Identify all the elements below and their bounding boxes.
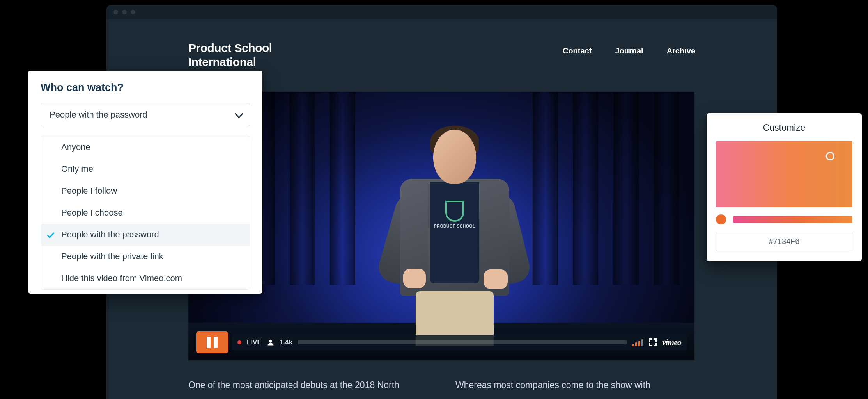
nav-links: Contact Journal Archive bbox=[563, 41, 695, 55]
player-controls: LIVE 1.4k vimeo bbox=[196, 331, 687, 353]
privacy-select[interactable]: People with the password bbox=[41, 103, 250, 126]
option-label: Only me bbox=[61, 164, 93, 174]
color-saturation-area[interactable] bbox=[716, 141, 852, 207]
check-icon bbox=[47, 230, 55, 238]
site-brand[interactable]: Product School International bbox=[188, 41, 272, 69]
customize-panel: Customize #7134F6 bbox=[707, 113, 862, 261]
color-hex-value: #7134F6 bbox=[769, 237, 800, 246]
brand-line-2: International bbox=[188, 55, 272, 69]
video-player[interactable]: PRODUCT SCHOOL LIVE bbox=[188, 92, 694, 360]
option-label: Anyone bbox=[61, 142, 90, 152]
customize-title: Customize bbox=[716, 123, 852, 133]
live-label: LIVE bbox=[247, 338, 262, 346]
hue-slider[interactable] bbox=[733, 216, 852, 223]
color-cursor-icon[interactable] bbox=[826, 152, 834, 160]
nav-contact[interactable]: Contact bbox=[563, 46, 592, 55]
site-header: Product School International Contact Jou… bbox=[188, 41, 695, 69]
option-label: People with the password bbox=[61, 230, 159, 240]
nav-journal[interactable]: Journal bbox=[615, 46, 643, 55]
article-col-1: One of the most anticipated debuts at th… bbox=[188, 378, 428, 392]
progress-bar[interactable] bbox=[298, 340, 627, 344]
quality-icon[interactable] bbox=[632, 338, 643, 346]
article-text: One of the most anticipated debuts at th… bbox=[188, 378, 695, 392]
pause-button[interactable] bbox=[196, 331, 228, 353]
article-col-2: Whereas most companies come to the show … bbox=[455, 378, 695, 392]
privacy-option-private-link[interactable]: People with the private link bbox=[41, 246, 250, 267]
hue-row bbox=[716, 214, 852, 224]
privacy-options-list: Anyone Only me People I follow People I … bbox=[41, 136, 250, 290]
privacy-option-password[interactable]: People with the password bbox=[41, 224, 250, 246]
window-maximize-dot[interactable] bbox=[131, 10, 135, 14]
viewers-icon bbox=[267, 339, 274, 346]
privacy-option-anyone[interactable]: Anyone bbox=[41, 136, 250, 158]
option-label: People with the private link bbox=[61, 251, 163, 262]
option-label: People I choose bbox=[61, 208, 123, 218]
privacy-title: Who can watch? bbox=[41, 82, 250, 94]
privacy-selected-label: People with the password bbox=[50, 110, 147, 120]
fullscreen-icon[interactable] bbox=[649, 338, 657, 346]
pause-icon bbox=[214, 337, 218, 348]
vimeo-logo[interactable]: vimeo bbox=[662, 337, 681, 347]
browser-title-bar bbox=[106, 5, 777, 19]
color-preview-swatch bbox=[716, 214, 726, 224]
window-close-dot[interactable] bbox=[113, 10, 118, 14]
privacy-option-people-i-follow[interactable]: People I follow bbox=[41, 180, 250, 202]
video-still: PRODUCT SCHOOL bbox=[188, 92, 694, 360]
privacy-option-hide-from-vimeo[interactable]: Hide this video from Vimeo.com bbox=[41, 267, 250, 289]
pause-icon bbox=[207, 337, 211, 348]
shirt-text: PRODUCT SCHOOL bbox=[434, 224, 475, 228]
privacy-panel: Who can watch? People with the password … bbox=[28, 71, 262, 294]
live-dot-icon bbox=[237, 340, 241, 344]
speaker-figure: PRODUCT SCHOOL bbox=[388, 120, 521, 339]
window-minimize-dot[interactable] bbox=[122, 10, 127, 14]
privacy-option-people-i-choose[interactable]: People I choose bbox=[41, 202, 250, 224]
chevron-down-icon bbox=[235, 109, 244, 118]
nav-archive[interactable]: Archive bbox=[667, 46, 695, 55]
option-label: People I follow bbox=[61, 186, 117, 196]
privacy-option-only-me[interactable]: Only me bbox=[41, 158, 250, 180]
svg-point-0 bbox=[269, 340, 272, 343]
playbar-info: LIVE 1.4k vimeo bbox=[232, 335, 687, 350]
option-label: Hide this video from Vimeo.com bbox=[61, 273, 182, 283]
brand-line-1: Product School bbox=[188, 41, 272, 55]
color-hex-input[interactable]: #7134F6 bbox=[716, 232, 852, 251]
viewer-count: 1.4k bbox=[280, 338, 292, 346]
